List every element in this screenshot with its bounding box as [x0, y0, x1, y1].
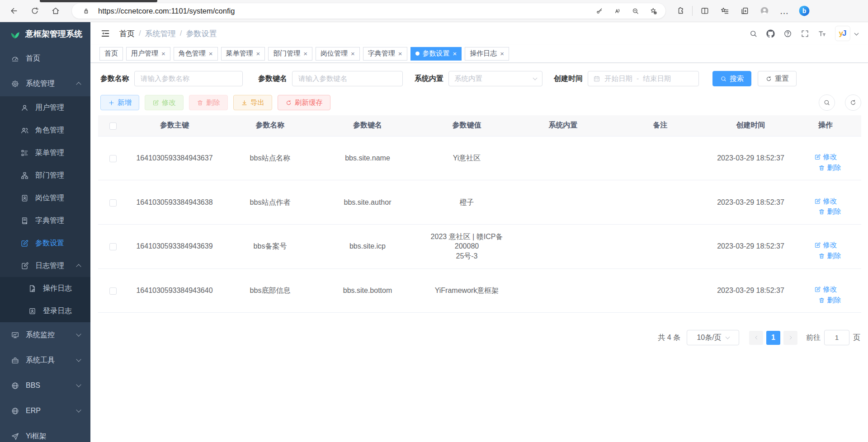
- breadcrumb-home[interactable]: 首页: [119, 28, 135, 39]
- add-button[interactable]: 新增: [100, 95, 139, 110]
- sidebar-item-login-log[interactable]: 登录日志: [0, 300, 90, 322]
- sidebar-item-bbs[interactable]: BBS: [0, 373, 90, 398]
- page-number-1[interactable]: 1: [766, 331, 780, 345]
- row-delete-link[interactable]: 删除: [818, 207, 841, 216]
- col-param-value: 参数键值: [416, 115, 517, 136]
- sidebar-item-post-mgmt[interactable]: 岗位管理: [0, 187, 90, 209]
- row-delete-link[interactable]: 删除: [818, 251, 841, 261]
- split-screen-icon[interactable]: [697, 3, 712, 19]
- export-button[interactable]: 导出: [233, 95, 272, 110]
- sidebar-item-system-mgmt[interactable]: 系统管理: [0, 71, 90, 96]
- address-bar[interactable]: https://ccnetcore.com:1101/system/config: [71, 3, 666, 19]
- prev-page-button[interactable]: [749, 331, 763, 345]
- read-aloud-icon[interactable]: [609, 3, 625, 19]
- sidebar-item-role-mgmt[interactable]: 角色管理: [0, 119, 90, 141]
- sidebar-item-log-mgmt[interactable]: 日志管理: [0, 254, 90, 277]
- favorites-bar-icon[interactable]: [717, 3, 732, 19]
- close-icon[interactable]: ×: [256, 50, 260, 57]
- tab-dept-mgmt[interactable]: 部门管理×: [268, 47, 312, 61]
- param-name-input[interactable]: [134, 71, 243, 86]
- sidebar-item-erp[interactable]: ERP: [0, 398, 90, 423]
- tab-home[interactable]: 首页: [99, 47, 123, 61]
- header-search-icon[interactable]: [746, 27, 760, 40]
- sidebar-item-home[interactable]: 首页: [0, 46, 90, 71]
- row-checkbox[interactable]: [109, 243, 117, 250]
- user-avatar[interactable]: yJ: [835, 26, 850, 41]
- tab-param-settings[interactable]: 参数设置×: [410, 47, 462, 61]
- row-edit-link[interactable]: 修改: [814, 285, 837, 294]
- tab-menu-mgmt[interactable]: 菜单管理×: [221, 47, 265, 61]
- profile-avatar[interactable]: [757, 3, 772, 19]
- refresh-table-button[interactable]: [845, 94, 861, 111]
- row-delete-link[interactable]: 删除: [818, 296, 841, 305]
- builtin-select[interactable]: 系统内置: [448, 71, 542, 86]
- tab-role-mgmt[interactable]: 角色管理×: [174, 47, 218, 61]
- select-all-checkbox[interactable]: [109, 122, 117, 130]
- font-size-icon[interactable]: [815, 27, 829, 40]
- collections-icon[interactable]: [737, 3, 752, 19]
- trash-icon: [818, 165, 825, 171]
- close-icon[interactable]: ×: [209, 50, 213, 57]
- tab-post-mgmt[interactable]: 岗位管理×: [316, 47, 360, 61]
- edit-square-icon: [152, 99, 159, 106]
- page-size-select[interactable]: 10条/页: [687, 330, 739, 345]
- chevron-down-icon[interactable]: [854, 31, 859, 35]
- tab-dict-mgmt[interactable]: 字典管理×: [363, 47, 407, 61]
- github-icon[interactable]: [764, 27, 777, 40]
- refresh-icon: [849, 99, 857, 106]
- sidebar-item-dict-mgmt[interactable]: 字典管理: [0, 209, 90, 232]
- close-icon[interactable]: ×: [500, 50, 504, 57]
- sidebar-item-param-settings[interactable]: 参数设置: [0, 232, 90, 254]
- extensions-icon[interactable]: [672, 3, 688, 19]
- sidebar-item-menu-mgmt[interactable]: 菜单管理: [0, 141, 90, 164]
- row-edit-link[interactable]: 修改: [814, 197, 837, 206]
- row-checkbox[interactable]: [109, 199, 117, 207]
- delete-button[interactable]: 删除: [189, 95, 228, 110]
- row-checkbox[interactable]: [109, 155, 117, 162]
- help-icon[interactable]: [781, 27, 794, 40]
- fullscreen-icon[interactable]: [798, 27, 811, 40]
- search-button[interactable]: 搜索: [712, 71, 751, 86]
- sidebar-item-operation-log[interactable]: 操作日志: [0, 277, 90, 300]
- toggle-search-button[interactable]: [819, 94, 835, 111]
- collapse-sidebar-icon[interactable]: [99, 27, 112, 40]
- row-edit-link[interactable]: 修改: [814, 240, 837, 250]
- reset-button[interactable]: 重置: [758, 71, 797, 86]
- close-icon[interactable]: ×: [161, 50, 165, 57]
- sidebar-item-yi-framework[interactable]: Yi框架: [0, 423, 90, 442]
- tags-view: 首页 用户管理× 角色管理× 菜单管理× 部门管理× 岗位管理× 字典管理× 参…: [90, 45, 868, 63]
- row-edit-link[interactable]: 修改: [814, 152, 837, 162]
- param-name-label: 参数名称: [100, 74, 129, 84]
- bing-sidebar-icon[interactable]: b: [797, 3, 812, 19]
- org-tree-icon: [20, 171, 29, 180]
- gear-icon: [11, 80, 19, 88]
- password-key-icon[interactable]: [591, 3, 607, 19]
- row-checkbox[interactable]: [109, 287, 117, 295]
- url-text[interactable]: https://ccnetcore.com:1101/system/config: [98, 7, 591, 15]
- sidebar-item-system-monitor[interactable]: 系统监控: [0, 322, 90, 348]
- refresh-icon[interactable]: [27, 3, 42, 19]
- lock-icon[interactable]: [78, 3, 94, 19]
- refresh-cache-button[interactable]: 刷新缓存: [278, 95, 330, 110]
- goto-page-input[interactable]: [824, 330, 849, 345]
- sidebar-item-user-mgmt[interactable]: 用户管理: [0, 96, 90, 119]
- breadcrumb-system[interactable]: 系统管理: [145, 28, 176, 39]
- close-icon[interactable]: ×: [351, 50, 355, 57]
- close-icon[interactable]: ×: [303, 50, 307, 57]
- sidebar-item-system-tools[interactable]: 系统工具: [0, 348, 90, 373]
- more-menu-icon[interactable]: …: [777, 3, 792, 19]
- date-range-picker[interactable]: 开始日期 - 结束日期: [588, 71, 699, 86]
- zoom-out-icon[interactable]: [627, 3, 643, 19]
- sidebar-item-dept-mgmt[interactable]: 部门管理: [0, 164, 90, 187]
- param-key-input[interactable]: [292, 71, 403, 86]
- home-icon[interactable]: [48, 3, 63, 19]
- close-icon[interactable]: ×: [453, 50, 457, 57]
- tab-operation-log[interactable]: 操作日志×: [465, 47, 509, 61]
- favorite-star-icon[interactable]: [646, 3, 661, 19]
- next-page-button[interactable]: [783, 331, 797, 345]
- back-icon[interactable]: [6, 3, 22, 19]
- edit-button[interactable]: 修改: [145, 95, 184, 110]
- tab-user-mgmt[interactable]: 用户管理×: [126, 47, 170, 61]
- close-icon[interactable]: ×: [398, 50, 402, 57]
- row-delete-link[interactable]: 删除: [818, 163, 841, 173]
